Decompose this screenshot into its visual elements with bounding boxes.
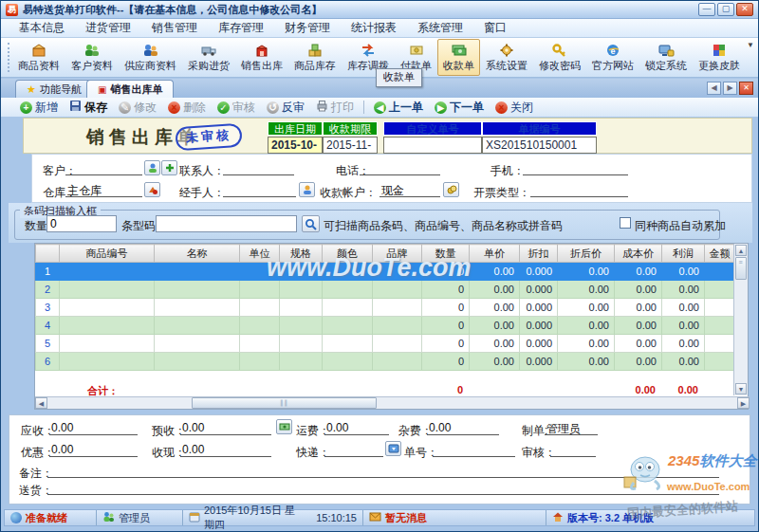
cell-code[interactable] — [60, 317, 155, 335]
cell-brand[interactable] — [373, 299, 422, 317]
cell-cost[interactable]: 0.00 — [615, 263, 662, 281]
contact-field[interactable] — [223, 161, 294, 175]
cell-qty[interactable]: 0 — [422, 281, 470, 299]
mobile-field[interactable] — [523, 161, 628, 175]
cell-code[interactable] — [60, 335, 155, 353]
new-button[interactable]: +新增 — [14, 99, 64, 117]
cell-price[interactable]: 0.00 — [470, 263, 520, 281]
cell-spec[interactable] — [280, 317, 323, 335]
audit-button[interactable]: ✓审核 — [212, 99, 261, 117]
minimize-button[interactable]: — — [698, 3, 715, 16]
tab-scroll-right-button[interactable]: ▶ — [723, 82, 737, 95]
col-header[interactable]: 名称 — [155, 245, 240, 263]
barcode-input[interactable] — [156, 215, 297, 232]
edit-button[interactable]: ✎修改 — [113, 99, 162, 117]
cell-qty[interactable]: 0 — [422, 317, 470, 335]
tracking-field[interactable] — [433, 443, 515, 457]
cell-amount[interactable] — [705, 299, 735, 317]
cell-code[interactable] — [60, 353, 155, 371]
cell-profit[interactable]: 0.00 — [662, 353, 705, 371]
tab-close-button[interactable]: ✕ — [739, 82, 753, 95]
cell-color[interactable] — [323, 263, 373, 281]
toolbar-lock[interactable]: 锁定系统 — [639, 39, 693, 76]
cell-discount[interactable]: 0.000 — [520, 299, 558, 317]
menu-system[interactable]: 系统管理 — [407, 18, 473, 38]
cell-spec[interactable] — [280, 263, 323, 281]
col-header[interactable]: 规格 — [280, 245, 323, 263]
freight-field[interactable]: 0.00 — [324, 421, 389, 435]
menu-basic-info[interactable]: 基本信息 — [9, 18, 75, 38]
cell-name[interactable] — [155, 299, 240, 317]
qty-input[interactable] — [46, 215, 117, 232]
receivable-field[interactable]: 0.00 — [49, 421, 138, 435]
cell-profit[interactable]: 0.00 — [662, 263, 705, 281]
table-row-selected[interactable]: 1 0 0.00 0.000 0.00 0.00 0.00 — [36, 263, 735, 281]
table-row[interactable]: 5 0 0.00 0.000 0.00 0.00 0.00 — [36, 335, 735, 353]
col-header[interactable]: 折扣 — [520, 245, 558, 263]
cell-price[interactable]: 0.00 — [470, 335, 520, 353]
cell-unit[interactable] — [240, 317, 280, 335]
cell-color[interactable] — [323, 353, 373, 371]
save-button[interactable]: 保存 — [64, 99, 113, 117]
toolbar-customers[interactable]: 客户资料 — [65, 39, 119, 76]
col-header[interactable]: 商品编号 — [60, 245, 155, 263]
col-header[interactable]: 金额 — [705, 245, 735, 263]
hscroll-thumb[interactable]: ∥∥ — [192, 397, 377, 409]
express-field[interactable] — [324, 443, 383, 457]
delete-button[interactable]: ×删除 — [162, 99, 212, 117]
tab-sales-outbound[interactable]: ▣ 销售出库单 — [86, 80, 174, 98]
cell-spec[interactable] — [280, 299, 323, 317]
cell-price[interactable]: 0.00 — [470, 299, 520, 317]
cell-profit[interactable]: 0.00 — [662, 335, 705, 353]
menu-inventory[interactable]: 库存管理 — [208, 18, 274, 38]
col-header[interactable]: 折后价 — [558, 245, 615, 263]
cell-price[interactable]: 0.00 — [470, 317, 520, 335]
cell-cost[interactable]: 0.00 — [615, 335, 662, 353]
cell-discount[interactable]: 0.000 — [520, 353, 558, 371]
cell-color[interactable] — [323, 299, 373, 317]
cell-discount[interactable]: 0.000 — [520, 317, 558, 335]
auto-accumulate-checkbox[interactable] — [620, 217, 631, 229]
cell-after-discount[interactable]: 0.00 — [558, 281, 615, 299]
cell-profit[interactable]: 0.00 — [662, 299, 705, 317]
toolbar-password[interactable]: 修改密码 — [533, 39, 586, 76]
close-form-button[interactable]: ×关闭 — [490, 99, 539, 117]
account-field[interactable]: 现金 — [380, 183, 440, 197]
vertical-scrollbar[interactable]: ▲ ≡ ▼ — [733, 244, 748, 395]
col-header[interactable]: 单价 — [470, 245, 520, 263]
cell-unit[interactable] — [240, 263, 280, 281]
cell-color[interactable] — [323, 335, 373, 353]
cell-brand[interactable] — [373, 353, 422, 371]
search-button[interactable] — [302, 215, 320, 232]
out-date-field[interactable]: 2015-10-15 — [268, 137, 323, 154]
col-header[interactable]: 利润 — [662, 245, 705, 263]
account-select-button[interactable] — [443, 182, 459, 197]
cell-name[interactable] — [155, 335, 240, 353]
precollect-button[interactable] — [276, 419, 292, 434]
col-header[interactable]: 单位 — [240, 245, 280, 263]
tab-function-nav[interactable]: ★ 功能导航 — [15, 80, 93, 98]
toolbar-receipt[interactable]: 收款单 — [437, 39, 480, 76]
misc-field[interactable]: 0.00 — [427, 421, 499, 435]
warehouse-field[interactable]: 主仓库 — [65, 183, 142, 197]
warehouse-select-button[interactable] — [144, 182, 160, 197]
cell-amount[interactable] — [705, 317, 735, 335]
table-row[interactable]: 4 0 0.00 0.000 0.00 0.00 0.00 — [36, 317, 735, 335]
skin-dropdown-arrow[interactable]: ▼ — [747, 41, 754, 49]
toolbar-purchase-in[interactable]: 采购进货 — [182, 39, 235, 76]
cell-unit[interactable] — [240, 299, 280, 317]
remark-field[interactable] — [47, 464, 719, 478]
cell-price[interactable]: 0.00 — [470, 281, 520, 299]
toolbar-stock[interactable]: 商品库存 — [288, 39, 342, 76]
cell-after-discount[interactable]: 0.00 — [558, 263, 615, 281]
print-button[interactable]: 打印 — [310, 99, 360, 117]
table-row[interactable]: 3 0 0.00 0.000 0.00 0.00 0.00 — [36, 299, 735, 317]
cell-cost[interactable]: 0.00 — [615, 317, 662, 335]
delivery-field[interactable] — [47, 481, 719, 495]
unaudit-button[interactable]: ↺反审 — [261, 99, 310, 117]
cell-unit[interactable] — [240, 335, 280, 353]
cell-profit[interactable]: 0.00 — [662, 317, 705, 335]
cell-after-discount[interactable]: 0.00 — [558, 353, 615, 371]
cell-amount[interactable] — [705, 353, 735, 371]
cell-unit[interactable] — [240, 281, 280, 299]
